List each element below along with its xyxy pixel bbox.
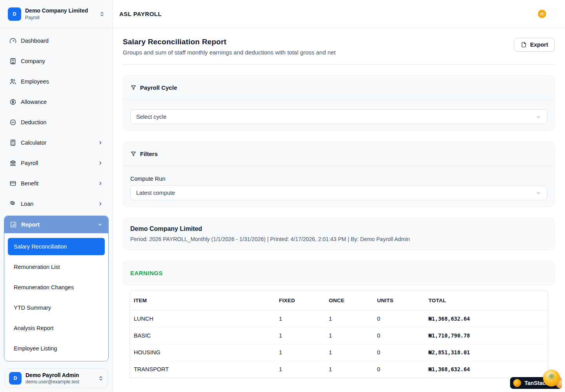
submenu-item-ytd-summary[interactable]: YTD Summary (8, 299, 105, 316)
report-company-name: Demo Company Limited (130, 225, 547, 232)
sidebar-header: D Demo Company Limited Payroll (0, 0, 113, 28)
page-subtitle: Groups and sum of staff monthly earnings… (123, 49, 336, 56)
table-row: LUNCH 1 1 0 ₦1,368,632.64 (130, 310, 548, 327)
chevron-right-icon (98, 201, 103, 207)
filters-card: Filters Compute Run Latest compute (123, 142, 555, 207)
calculator-icon (9, 139, 16, 146)
cell-item: HOUSING (130, 344, 275, 361)
chevron-right-icon (98, 140, 103, 145)
chevron-down-icon (97, 222, 103, 227)
devtools-toggle-button[interactable] (543, 370, 560, 387)
report-meta: Period: 2026 PAYROLL_Monthly (1/1/2026 -… (130, 236, 547, 242)
user-avatar: D (9, 372, 22, 385)
topbar: ASL PAYROLL (113, 0, 565, 28)
col-total: TOTAL (425, 291, 548, 310)
earnings-title: EARNINGS (130, 270, 547, 276)
sidebar-item-label: Report (21, 221, 93, 228)
user-menu[interactable]: D Demo Payroll Admin demo.user@example.t… (5, 368, 108, 388)
filters-title: Filters (140, 151, 158, 157)
filter-funnel-icon (130, 151, 137, 157)
sidebar-nav: Dashboard Company Employees Allowance De… (0, 28, 113, 365)
earnings-header-card: EARNINGS (123, 261, 555, 285)
payroll-cycle-card-header: Payroll Cycle (123, 76, 554, 100)
sidebar-item-company[interactable]: Company (4, 53, 109, 70)
company-switcher[interactable]: D Demo Company Limited Payroll (5, 5, 108, 23)
chevron-updown-icon (98, 376, 104, 381)
sidebar-item-label: Payroll (21, 160, 93, 166)
submenu-item-remuneration-list[interactable]: Remuneration List (8, 258, 105, 276)
cell-total: ₦2,851,318.01 (425, 344, 548, 361)
gauge-icon (9, 37, 16, 44)
submenu-item-remuneration-changes[interactable]: Remuneration Changes (8, 279, 105, 296)
sidebar-item-label: Deduction (21, 119, 103, 125)
company-meta: Demo Company Limited Payroll (25, 7, 95, 20)
compute-run-label: Compute Run (130, 176, 547, 182)
cell-once: 1 (325, 327, 373, 344)
cell-total: ₦1,710,790.78 (425, 327, 548, 344)
payroll-cycle-card-body: Select cycle (123, 100, 554, 131)
sidebar-item-report[interactable]: Report (4, 216, 108, 233)
chart-icon (10, 221, 17, 228)
file-export-icon (521, 42, 527, 48)
filters-card-header: Filters (123, 142, 554, 166)
main-area: ASL PAYROLL Salary Reconciliation Report… (113, 0, 565, 392)
cell-fixed: 1 (275, 327, 325, 344)
col-once: ONCE (325, 291, 373, 310)
cell-item: LUNCH (130, 310, 275, 327)
filters-card-body: Compute Run Latest compute (123, 166, 554, 207)
sidebar-item-dashboard[interactable]: Dashboard (4, 32, 109, 49)
sidebar-item-employees[interactable]: Employees (4, 73, 109, 90)
report-nav-group: Report Salary Reconciliation Remuneratio… (4, 216, 109, 361)
currency-circle-icon (9, 98, 16, 105)
cell-once: 1 (325, 361, 373, 378)
sidebar-item-allowance[interactable]: Allowance (4, 93, 109, 111)
cell-fixed: 1 (275, 344, 325, 361)
filter-funnel-icon (130, 85, 137, 91)
sidebar-footer: D Demo Payroll Admin demo.user@example.t… (5, 368, 108, 388)
payroll-cycle-card: Payroll Cycle Select cycle (123, 75, 555, 131)
table-row: TRANSPORT 1 1 0 ₦1,368,632.64 (130, 361, 548, 378)
chevron-down-icon (536, 114, 541, 120)
sidebar-item-payroll[interactable]: Payroll (4, 154, 109, 172)
table-row: HOUSING 1 1 0 ₦2,851,318.01 (130, 344, 548, 361)
submenu-item-analysis-report[interactable]: Analysis Report (8, 319, 105, 337)
sidebar-item-label: Employees (21, 78, 103, 85)
submenu-item-employee-listing[interactable]: Employee Listing (8, 340, 105, 357)
sidebar-item-benefit[interactable]: Benefit (4, 175, 109, 192)
chevron-right-icon (98, 160, 103, 166)
sidebar-item-label: Calculator (21, 140, 93, 146)
export-label: Export (530, 42, 548, 48)
cell-item: TRANSPORT (130, 361, 275, 378)
export-button[interactable]: Export (514, 38, 555, 52)
chevron-right-icon (98, 181, 103, 186)
sidebar-item-loan[interactable]: Loan (4, 195, 109, 212)
page-header: Salary Reconciliation Report Groups and … (123, 38, 555, 56)
cell-fixed: 1 (275, 361, 325, 378)
sidebar-item-label: Loan (21, 201, 93, 207)
user-email: demo.user@example.test (26, 379, 94, 385)
sidebar-item-deduction[interactable]: Deduction (4, 114, 109, 131)
cycle-select[interactable]: Select cycle (130, 109, 547, 124)
page-title: Salary Reconciliation Report (123, 38, 336, 46)
theme-toggle[interactable] (537, 9, 556, 19)
submenu-item-salary-reconciliation[interactable]: Salary Reconciliation (8, 238, 105, 255)
sidebar-item-label: Allowance (21, 99, 103, 105)
compute-run-select[interactable]: Latest compute (130, 185, 547, 200)
user-meta: Demo Payroll Admin demo.user@example.tes… (26, 372, 94, 385)
bank-icon (9, 160, 16, 167)
report-info-card: Demo Company Limited Period: 2026 PAYROL… (123, 218, 555, 250)
sidebar-item-label: Company (21, 58, 103, 64)
col-units: UNITS (373, 291, 425, 310)
building-icon (9, 58, 16, 65)
cell-units: 0 (373, 310, 425, 327)
compute-run-value: Latest compute (136, 190, 175, 196)
table-row: BASIC 1 1 0 ₦1,710,790.78 (130, 327, 548, 344)
payroll-cycle-title: Payroll Cycle (140, 84, 177, 91)
cell-units: 0 (373, 361, 425, 378)
sidebar-item-calculator[interactable]: Calculator (4, 134, 109, 151)
earnings-table: ITEM FIXED ONCE UNITS TOTAL LUNCH 1 1 (130, 291, 548, 378)
sun-icon (538, 10, 546, 18)
minus-circle-icon (9, 119, 16, 126)
company-subtitle: Payroll (25, 15, 95, 20)
company-avatar: D (8, 7, 21, 21)
